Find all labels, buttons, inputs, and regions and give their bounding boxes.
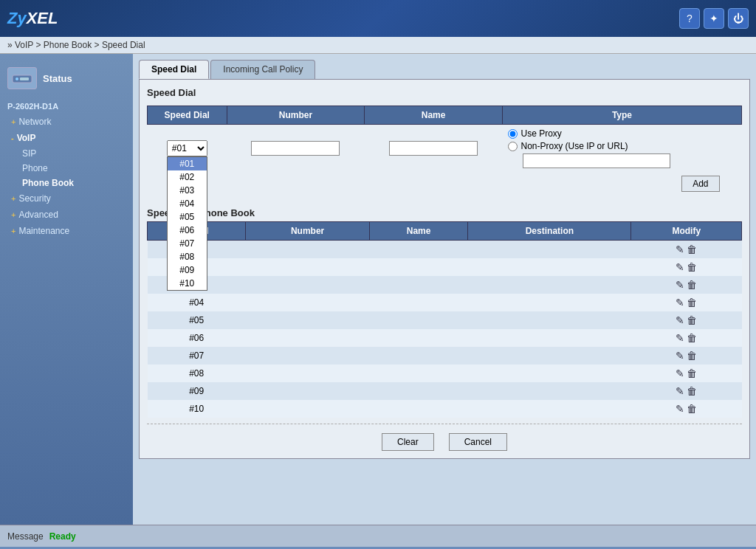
dial-option-05[interactable]: #05 [168,210,207,224]
non-proxy-label[interactable]: Non-Proxy (Use IP or URL) [508,141,735,151]
sidebar-item-maintenance[interactable]: + Maintenance [0,223,133,239]
dial-option-06[interactable]: #06 [168,224,207,237]
clear-button[interactable]: Clear [382,433,434,451]
modify-cell: ✎ 🗑 [631,258,742,276]
content-area: Speed Dial Incoming Call Policy Speed Di… [133,54,756,525]
cell-3 [468,258,631,276]
use-proxy-label[interactable]: Use Proxy [508,128,735,139]
expand-icon-maintenance: + [11,227,16,235]
help-icon[interactable]: ? [679,8,700,29]
delete-icon[interactable]: 🗑 [687,261,697,273]
router-icon [7,67,37,89]
table-row: #09✎ 🗑 [148,382,742,400]
pb-col-destination: Destination [468,222,631,241]
dial-option-04[interactable]: #04 [168,197,207,210]
sidebar-sub-phonebook[interactable]: Phone Book [0,176,133,190]
delete-icon[interactable]: 🗑 [687,244,697,255]
add-button[interactable]: Add [681,176,719,192]
cancel-button[interactable]: Cancel [449,433,507,451]
col-number: Number [227,106,365,125]
edit-icon[interactable]: ✎ [676,261,684,273]
dial-option-09[interactable]: #09 [168,263,207,277]
expand-icon: + [11,117,16,126]
pb-col-modify: Modify [631,222,742,241]
table-row: #02✎ 🗑 [148,258,742,276]
dial-option-01[interactable]: #01 [168,157,207,170]
cell-3 [468,400,631,418]
cell-3 [468,311,631,329]
modify-cell: ✎ 🗑 [631,276,742,294]
expand-icon-advanced: + [11,210,16,219]
edit-icon[interactable]: ✎ [676,244,684,255]
delete-icon[interactable]: 🗑 [687,350,697,362]
delete-icon[interactable]: 🗑 [687,314,697,326]
dial-option-10[interactable]: #10 [168,277,207,290]
dial-option-07[interactable]: #07 [168,237,207,250]
name-input[interactable] [389,141,478,156]
url-input[interactable] [523,153,670,168]
sidebar-item-security[interactable]: + Security [0,190,133,207]
dial-option-08[interactable]: #08 [168,250,207,263]
sidebar-sub-phone[interactable]: Phone [0,161,133,176]
status-label[interactable]: Status [43,73,72,84]
cell-0: #07 [148,347,246,365]
cell-3 [468,241,631,259]
delete-icon[interactable]: 🗑 [687,279,697,291]
sidebar-sub-sip[interactable]: SIP [0,146,133,161]
col-name: Name [365,106,503,125]
table-row: #08✎ 🗑 [148,365,742,382]
device-label: P-2602H-D1A [0,99,133,114]
modify-cell: ✎ 🗑 [631,329,742,347]
dial-option-03[interactable]: #03 [168,184,207,197]
cell-0: #09 [148,382,246,400]
edit-icon[interactable]: ✎ [676,350,684,362]
tab-incoming-policy[interactable]: Incoming Call Policy [210,60,315,79]
delete-icon[interactable]: 🗑 [687,403,697,415]
expand-icon-security: + [11,194,16,203]
edit-icon[interactable]: ✎ [676,332,684,344]
delete-icon[interactable]: 🗑 [687,297,697,308]
cell-3 [468,329,631,347]
table-row: #04✎ 🗑 [148,294,742,311]
cell-0: #06 [148,329,246,347]
edit-icon[interactable]: ✎ [676,403,684,415]
panel: Speed Dial Speed Dial Number Name Type [139,79,750,459]
modify-cell: ✎ 🗑 [631,347,742,365]
delete-icon[interactable]: 🗑 [687,332,697,344]
dial-select[interactable]: #01#02#03 #04#05#06 #07#08#09 #10 [167,140,207,156]
cell-3 [468,382,631,400]
search-icon[interactable]: ✦ [704,8,724,29]
tab-bar: Speed Dial Incoming Call Policy [139,60,750,79]
collapse-icon: - [11,134,14,142]
edit-icon[interactable]: ✎ [676,279,684,291]
modify-cell: ✎ 🗑 [631,241,742,259]
cell-1 [246,382,369,400]
sidebar-item-advanced[interactable]: + Advanced [0,207,133,223]
table-row: #10✎ 🗑 [148,400,742,418]
number-input[interactable] [251,141,340,156]
cell-1 [246,276,369,294]
cell-2 [369,241,467,259]
dial-dropdown-container: #01#02#03 #04#05#06 #07#08#09 #10 #01 #0… [167,140,207,156]
header-icons: ? ✦ ⏻ [679,8,749,29]
edit-icon[interactable]: ✎ [676,367,684,379]
sidebar-item-voip[interactable]: - VoIP [0,130,133,146]
non-proxy-radio[interactable] [508,142,518,151]
use-proxy-radio[interactable] [508,129,518,139]
sidebar-item-network[interactable]: + Network [0,114,133,130]
sidebar-item-label: Maintenance [18,226,69,236]
speed-dial-form-table: Speed Dial Number Name Type #01#02#03 #0… [147,106,742,196]
edit-icon[interactable]: ✎ [676,385,684,397]
delete-icon[interactable]: 🗑 [687,385,697,397]
button-row: Clear Cancel [147,433,742,451]
tab-speed-dial[interactable]: Speed Dial [139,60,209,79]
add-button-cell: Add [502,172,741,196]
edit-icon[interactable]: ✎ [676,314,684,326]
modify-cell: ✎ 🗑 [631,311,742,329]
dial-option-02[interactable]: #02 [168,170,207,184]
breadcrumb: » VoIP > Phone Book > Speed Dial [0,37,756,54]
cell-2 [369,276,467,294]
logout-icon[interactable]: ⏻ [728,8,749,29]
delete-icon[interactable]: 🗑 [687,367,697,379]
edit-icon[interactable]: ✎ [676,297,684,308]
